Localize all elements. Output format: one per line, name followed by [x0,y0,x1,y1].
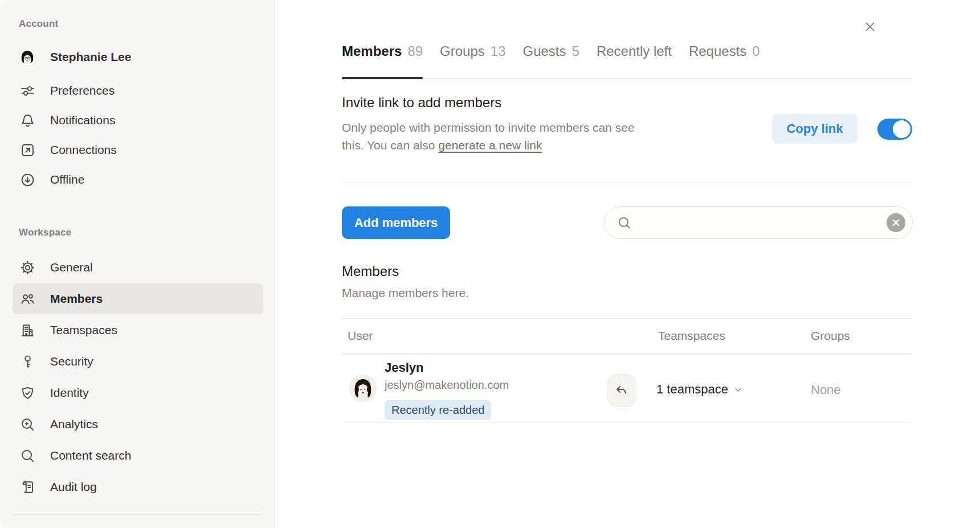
members-section-title: Members [342,263,399,279]
sidebar-item-label: General [50,261,93,274]
add-members-button[interactable]: Add members [342,206,450,239]
tab-count: 0 [752,43,760,59]
magnifier-star-icon [18,415,36,433]
gear-icon [18,258,36,277]
external-link-icon [18,141,36,159]
tab-count: 89 [407,43,423,59]
building-icon [18,321,36,339]
toggle-knob [893,120,910,138]
tab-count: 13 [491,43,506,59]
tab-count: 5 [572,43,579,59]
sidebar-item-label: Identity [50,386,89,400]
invite-link-description: Only people with permission to invite me… [342,119,638,154]
bell-icon [18,111,36,129]
groups-value: None [811,383,841,397]
sidebar-item-label: Stephanie Lee [50,50,131,64]
sidebar-item-label: Security [50,355,93,368]
search-icon [616,215,632,230]
member-avatar [349,375,377,402]
copy-link-button[interactable]: Copy link [772,114,858,144]
sidebar-item-label: Analytics [50,417,98,431]
settings-sidebar: Account Stephanie Lee Preferences Notifi… [0,0,275,528]
sidebar-item-label: Notifications [50,113,115,127]
members-table-header: User Teamspaces Groups [342,318,913,354]
search-input[interactable] [636,211,882,235]
column-header-user: User [348,329,373,343]
member-search [604,206,913,239]
sliders-icon [18,82,36,100]
invite-link-title: Invite link to add members [342,95,501,111]
member-email: jeslyn@makenotion.com [385,379,509,392]
members-tab-bar: Members89 Groups13 Guests5 Recently left… [342,43,913,79]
workspace-section-label: Workspace [19,227,71,238]
tab-members[interactable]: Members89 [342,43,423,78]
sidebar-item-analytics[interactable]: Analytics [13,409,263,440]
teamspaces-value: 1 teamspace [656,382,728,397]
shield-check-icon [18,384,36,402]
magnifier-icon [18,446,36,465]
settings-dialog: Account Stephanie Lee Preferences Notifi… [0,0,980,528]
sidebar-item-label: Members [50,292,103,306]
sidebar-item-preferences[interactable]: Preferences [13,75,263,106]
sidebar-item-security[interactable]: Security [13,346,263,377]
sidebar-item-audit-log[interactable]: Audit log [13,472,263,502]
tab-groups[interactable]: Groups13 [440,43,505,78]
chevron-down-icon [733,385,743,395]
sidebar-item-offline[interactable]: Offline [13,164,263,195]
sidebar-item-teamspaces[interactable]: Teamspaces [13,315,263,346]
sidebar-item-identity[interactable]: Identity [13,377,263,408]
sidebar-item-notifications[interactable]: Notifications [13,105,263,136]
clear-search-icon[interactable] [887,213,905,232]
column-header-teamspaces: Teamspaces [658,329,725,343]
column-header-groups: Groups [811,329,850,343]
sidebar-item-label: Teamspaces [50,323,117,337]
tab-guests[interactable]: Guests5 [522,43,579,78]
members-section-subtitle: Manage members here. [342,286,469,300]
tab-requests[interactable]: Requests0 [689,43,760,78]
tab-label: Members [342,43,402,59]
tab-label: Guests [522,43,566,59]
undo-icon[interactable] [607,374,636,407]
sidebar-item-general[interactable]: General [13,252,263,283]
user-avatar [18,48,36,66]
key-icon [18,352,36,371]
sidebar-item-label: Connections [50,143,117,157]
member-name: Jeslyn [385,360,424,375]
sidebar-item-content-search[interactable]: Content search [13,440,263,471]
sidebar-item-label: Offline [50,173,84,186]
table-row: Jeslyn jeslyn@makenotion.com Recently re… [342,354,913,423]
tab-recently-left[interactable]: Recently left [597,43,672,78]
people-icon [18,290,36,308]
invite-link-toggle[interactable] [877,119,912,140]
tab-label: Requests [689,43,746,59]
tab-label: Recently left [597,43,672,59]
sidebar-item-label: Content search [50,449,131,462]
sidebar-item-account-profile[interactable]: Stephanie Lee [13,42,263,72]
teamspaces-dropdown[interactable]: 1 teamspace [656,382,743,397]
tab-label: Groups [440,43,485,59]
sidebar-item-label: Preferences [50,84,115,98]
generate-new-link[interactable]: generate a new link [438,139,542,152]
account-section-label: Account [19,18,58,30]
sidebar-item-connections[interactable]: Connections [13,135,263,165]
sidebar-divider [13,514,262,515]
download-circle-icon [18,170,36,189]
sidebar-item-label: Audit log [50,480,97,494]
status-badge: Recently re-added [385,400,491,420]
close-icon[interactable] [859,16,881,38]
scroll-icon [18,478,36,496]
sidebar-item-members[interactable]: Members [13,283,263,314]
section-divider [342,182,913,183]
